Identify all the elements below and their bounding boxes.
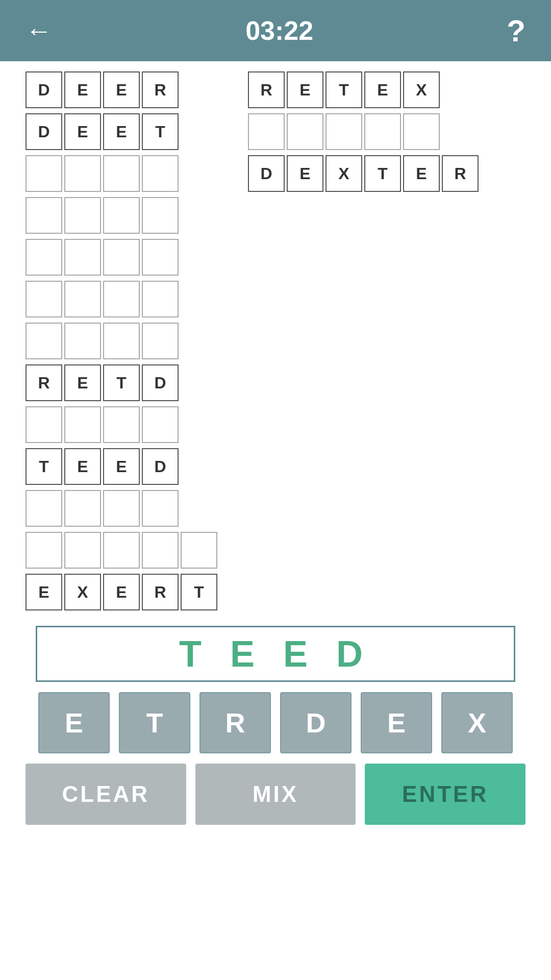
cell bbox=[142, 532, 179, 569]
letter-tile[interactable]: E bbox=[38, 692, 110, 753]
left-word-row bbox=[26, 239, 217, 276]
left-word-row: RETD bbox=[26, 364, 217, 401]
cell: X bbox=[403, 71, 440, 108]
cell: E bbox=[26, 574, 62, 610]
cell bbox=[248, 113, 285, 150]
back-button[interactable]: ← bbox=[26, 15, 52, 46]
cell bbox=[26, 155, 62, 192]
left-word-row bbox=[26, 323, 217, 359]
right-word-row bbox=[248, 113, 479, 150]
left-word-row: DEER bbox=[26, 71, 217, 108]
cell bbox=[103, 490, 140, 527]
cell: E bbox=[364, 71, 401, 108]
cell: R bbox=[142, 71, 179, 108]
cell bbox=[26, 281, 62, 317]
letter-tile[interactable]: X bbox=[441, 692, 513, 753]
cell bbox=[403, 113, 440, 150]
left-word-row: TEED bbox=[26, 448, 217, 485]
cell: T bbox=[325, 71, 362, 108]
cell: E bbox=[403, 155, 440, 192]
right-word-row: DEXTER bbox=[248, 155, 479, 192]
cell bbox=[142, 197, 179, 234]
cell: R bbox=[142, 574, 179, 610]
left-word-row bbox=[26, 406, 217, 443]
cell: X bbox=[64, 574, 101, 610]
cell: E bbox=[103, 113, 140, 150]
clear-button[interactable]: CLEAR bbox=[26, 764, 186, 825]
cell bbox=[64, 239, 101, 276]
cell bbox=[142, 155, 179, 192]
letter-tile[interactable]: E bbox=[361, 692, 432, 753]
cell: T bbox=[364, 155, 401, 192]
left-word-row bbox=[26, 197, 217, 234]
cell bbox=[64, 490, 101, 527]
cell: E bbox=[103, 71, 140, 108]
left-word-row bbox=[26, 281, 217, 317]
cell bbox=[64, 197, 101, 234]
cell: E bbox=[287, 71, 323, 108]
cell bbox=[142, 323, 179, 359]
cell bbox=[181, 532, 217, 569]
letter-tiles-row: ETRDEX bbox=[26, 692, 525, 753]
cell bbox=[103, 406, 140, 443]
header: ← 03:22 ? bbox=[0, 0, 551, 61]
cell bbox=[64, 406, 101, 443]
left-word-row bbox=[26, 490, 217, 527]
cell bbox=[64, 281, 101, 317]
timer-display: 03:22 bbox=[245, 15, 313, 46]
cell bbox=[103, 155, 140, 192]
cell bbox=[103, 197, 140, 234]
cell bbox=[103, 323, 140, 359]
cell bbox=[103, 239, 140, 276]
cell bbox=[142, 406, 179, 443]
cell: D bbox=[142, 364, 179, 401]
letter-tile[interactable]: T bbox=[119, 692, 190, 753]
cell bbox=[142, 281, 179, 317]
help-button[interactable]: ? bbox=[507, 13, 525, 48]
cell: E bbox=[64, 364, 101, 401]
cell: R bbox=[442, 155, 479, 192]
cell bbox=[142, 490, 179, 527]
cell: T bbox=[142, 113, 179, 150]
cell bbox=[26, 239, 62, 276]
cell bbox=[26, 197, 62, 234]
cell: E bbox=[64, 448, 101, 485]
cell bbox=[26, 532, 62, 569]
cell: D bbox=[248, 155, 285, 192]
left-word-column: DEERDEETRETDTEEDEXERT bbox=[26, 71, 217, 610]
enter-button[interactable]: ENTER bbox=[365, 764, 525, 825]
action-buttons: CLEAR MIX ENTER bbox=[26, 764, 525, 825]
cell: E bbox=[64, 113, 101, 150]
cell bbox=[364, 113, 401, 150]
left-word-row: DEET bbox=[26, 113, 217, 150]
cell: D bbox=[142, 448, 179, 485]
cell: E bbox=[103, 448, 140, 485]
letter-tile[interactable]: D bbox=[280, 692, 352, 753]
left-word-row bbox=[26, 155, 217, 192]
right-word-row: RETEX bbox=[248, 71, 479, 108]
current-input-text: T E E D bbox=[179, 633, 372, 675]
cell: R bbox=[248, 71, 285, 108]
cell bbox=[26, 323, 62, 359]
cell: X bbox=[325, 155, 362, 192]
left-word-row bbox=[26, 532, 217, 569]
cell bbox=[103, 532, 140, 569]
left-word-row: EXERT bbox=[26, 574, 217, 610]
letter-tile[interactable]: R bbox=[199, 692, 271, 753]
cell: D bbox=[26, 113, 62, 150]
cell bbox=[325, 113, 362, 150]
current-input-display: T E E D bbox=[36, 626, 515, 682]
cell bbox=[64, 532, 101, 569]
cell bbox=[26, 490, 62, 527]
cell: E bbox=[287, 155, 323, 192]
cell bbox=[103, 281, 140, 317]
cell bbox=[26, 406, 62, 443]
cell: T bbox=[103, 364, 140, 401]
grid-area: DEERDEETRETDTEEDEXERT RETEXDEXTER bbox=[0, 61, 551, 610]
mix-button[interactable]: MIX bbox=[195, 764, 356, 825]
cell: T bbox=[26, 448, 62, 485]
cell bbox=[64, 155, 101, 192]
cell bbox=[64, 323, 101, 359]
cell: T bbox=[181, 574, 217, 610]
right-word-column: RETEXDEXTER bbox=[248, 71, 479, 610]
